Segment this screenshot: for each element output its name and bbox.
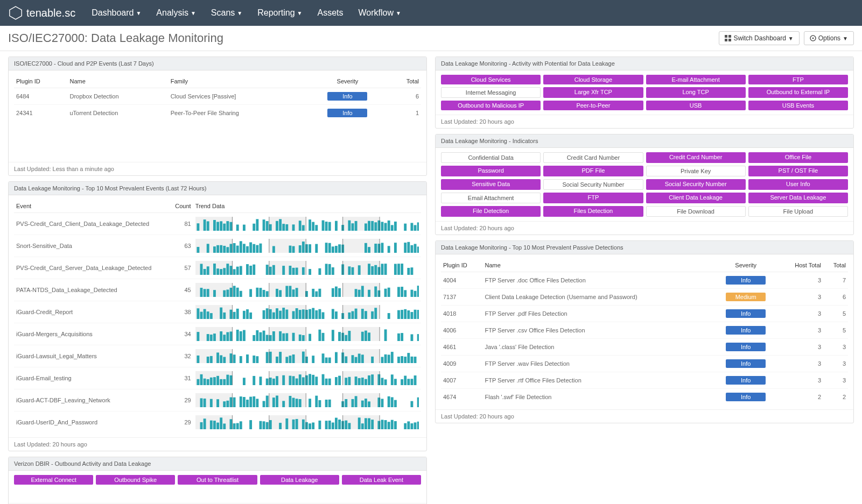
table-row[interactable]: 24341uTorrent DetectionPeer-To-Peer File… xyxy=(14,105,421,122)
indicator-pill[interactable]: Out to Threatlist xyxy=(178,475,257,485)
brand-logo[interactable]: tenable.sc xyxy=(8,5,75,20)
svg-rect-486 xyxy=(213,421,216,429)
table-row[interactable]: PVS-Credit_Card_Client_Data_Leakage_Dete… xyxy=(14,213,421,235)
column-header[interactable]: Severity xyxy=(713,259,779,272)
switch-dashboard-button[interactable]: Switch Dashboard ▼ xyxy=(719,31,799,45)
indicator-pill[interactable]: Sensitive Data xyxy=(441,179,541,190)
indicator-pill[interactable]: E-mail Attachment xyxy=(646,75,746,84)
table-row[interactable]: 4009FTP Server .wav Files DetectionInfo3… xyxy=(441,356,848,372)
nav-item-reporting[interactable]: Reporting▼ xyxy=(257,8,302,18)
indicator-pill[interactable]: Long TCP xyxy=(646,87,746,98)
indicator-pill[interactable]: File Upload xyxy=(748,206,848,217)
column-header[interactable]: Name xyxy=(482,259,713,272)
svg-rect-264 xyxy=(410,312,413,319)
indicator-pill[interactable]: Large Xfr TCP xyxy=(543,87,643,98)
indicator-pill[interactable]: Internet Messaging xyxy=(441,87,541,98)
indicator-pill[interactable]: Peer-to-Peer xyxy=(543,101,643,110)
severity-badge[interactable]: Info xyxy=(726,309,766,318)
column-header[interactable]: Plugin ID xyxy=(441,259,482,272)
indicator-pill[interactable]: USB Events xyxy=(748,101,848,110)
indicator-pill[interactable]: Credit Card Number xyxy=(543,152,643,163)
svg-rect-38 xyxy=(328,222,331,231)
indicator-pill[interactable]: External Connect xyxy=(14,475,93,485)
table-row[interactable]: 4661Java '.class' File DetectionInfo33 xyxy=(441,339,848,356)
column-header[interactable]: Event xyxy=(14,200,157,213)
table-row[interactable]: 4674Flash '.swf' File DetectionInfo22 xyxy=(441,389,848,406)
table-row[interactable]: iGuard-Lawsuit_Legal_Matters32 xyxy=(14,345,421,367)
indicator-pill[interactable]: FTP xyxy=(543,193,643,203)
table-row[interactable]: iGuard-UserID_And_Password29 xyxy=(14,411,421,434)
table-row[interactable]: 4007FTP Server .rtf Office Files Detecti… xyxy=(441,372,848,389)
indicator-pill[interactable]: USB xyxy=(646,101,746,110)
table-row[interactable]: iGuard-Credit_Report38 xyxy=(14,301,421,323)
indicator-pill[interactable]: Client Data Leakage xyxy=(646,193,746,203)
column-header[interactable]: Total xyxy=(389,75,421,88)
column-header[interactable]: Name xyxy=(67,75,168,88)
table-row[interactable]: 7137Client Data Leakage Detection (Usern… xyxy=(441,289,848,306)
severity-badge[interactable]: Info xyxy=(327,109,367,117)
indicator-pill[interactable]: Private Key xyxy=(646,166,746,176)
table-row[interactable]: iGuard-Mergers_Acquisitions34 xyxy=(14,323,421,345)
severity-badge[interactable]: Info xyxy=(726,276,766,285)
table-row[interactable]: 4018FTP Server .pdf Files DetectionInfo3… xyxy=(441,306,848,322)
left-column: ISO/IEC27000 - Cloud and P2P Events (Las… xyxy=(8,56,427,504)
column-header[interactable]: Host Total xyxy=(779,259,823,272)
indicator-pill[interactable]: Server Data Leakage xyxy=(748,193,848,203)
column-header[interactable]: Total xyxy=(823,259,848,272)
indicator-pill[interactable]: File Detection xyxy=(441,206,541,217)
indicator-pill[interactable]: Outbound Spike xyxy=(96,475,175,485)
column-header[interactable]: Severity xyxy=(306,75,389,88)
severity-badge[interactable]: Info xyxy=(726,343,766,351)
nav-item-scans[interactable]: Scans▼ xyxy=(211,8,242,18)
table-row[interactable]: PVS-Credit_Card_Server_Data_Leakage_Dete… xyxy=(14,257,421,279)
nav-item-workflow[interactable]: Workflow▼ xyxy=(359,8,401,18)
indicator-pill[interactable]: Email Attachment xyxy=(441,193,541,203)
options-button[interactable]: Options ▼ xyxy=(804,31,854,45)
column-header[interactable]: Plugin ID xyxy=(14,75,67,88)
nav-item-assets[interactable]: Assets xyxy=(318,8,344,18)
indicator-pill[interactable]: Office File xyxy=(748,152,848,163)
indicator-pill[interactable]: PDF File xyxy=(543,166,643,176)
table-row[interactable]: Snort-Sensitive_Data63 xyxy=(14,235,421,257)
indicator-pill[interactable]: Social Security Number xyxy=(543,179,643,190)
svg-rect-325 xyxy=(210,356,213,363)
indicator-pill[interactable]: Data Leakage xyxy=(260,475,339,485)
severity-badge[interactable]: Info xyxy=(726,393,766,401)
svg-rect-121 xyxy=(216,268,219,275)
svg-rect-471 xyxy=(390,397,393,407)
table-row[interactable]: 6484Dropbox DetectionCloud Services [Pas… xyxy=(14,88,421,105)
indicator-pill[interactable]: File Download xyxy=(646,206,746,217)
indicator-pill[interactable]: Credit Card Number xyxy=(646,152,746,163)
table-row[interactable]: PATA-NTDS_Data_Leakage_Detected45 xyxy=(14,279,421,301)
table-row[interactable]: 4006FTP Server .csv Office Files Detecti… xyxy=(441,322,848,339)
indicator-pill[interactable]: FTP xyxy=(748,75,848,84)
indicator-pill[interactable]: User Info xyxy=(748,179,848,190)
svg-rect-446 xyxy=(256,399,258,407)
column-header[interactable]: Count xyxy=(157,200,193,213)
column-header[interactable]: Trend Data xyxy=(193,200,421,213)
column-header[interactable]: Family xyxy=(169,75,306,88)
table-row[interactable]: 4004FTP Server .doc Office Files Detecti… xyxy=(441,272,848,289)
indicator-pill[interactable]: PST / OST File xyxy=(748,166,848,176)
svg-rect-375 xyxy=(200,374,202,385)
severity-badge[interactable]: Medium xyxy=(726,293,766,301)
table-row[interactable]: iGuard-Email_testing31 xyxy=(14,367,421,389)
severity-badge[interactable]: Info xyxy=(327,92,367,101)
severity-badge[interactable]: Info xyxy=(726,376,766,385)
severity-badge[interactable]: Info xyxy=(726,326,766,335)
indicator-pill[interactable]: Files Detection xyxy=(543,206,643,217)
indicator-pill[interactable]: Outbound to External IP xyxy=(748,87,848,98)
indicator-pill[interactable]: Confidential Data xyxy=(441,152,541,163)
severity-badge[interactable]: Info xyxy=(726,359,766,368)
table-row[interactable]: iGuard-ACT-DBF_Leaving_Network29 xyxy=(14,389,421,411)
nav-item-dashboard[interactable]: Dashboard▼ xyxy=(92,8,141,18)
indicator-pill[interactable]: Outbound to Malicious IP xyxy=(441,101,541,110)
indicator-pill[interactable]: Cloud Services xyxy=(441,75,541,84)
indicator-pill[interactable]: Data Leak Event xyxy=(342,475,421,485)
svg-rect-34 xyxy=(312,222,314,231)
indicator-pill[interactable]: Social Security Number xyxy=(646,179,746,190)
indicator-pill[interactable]: Password xyxy=(441,166,541,176)
indicator-pill[interactable]: Cloud Storage xyxy=(543,75,643,84)
total: 3 xyxy=(823,356,848,372)
nav-item-analysis[interactable]: Analysis▼ xyxy=(156,8,195,18)
